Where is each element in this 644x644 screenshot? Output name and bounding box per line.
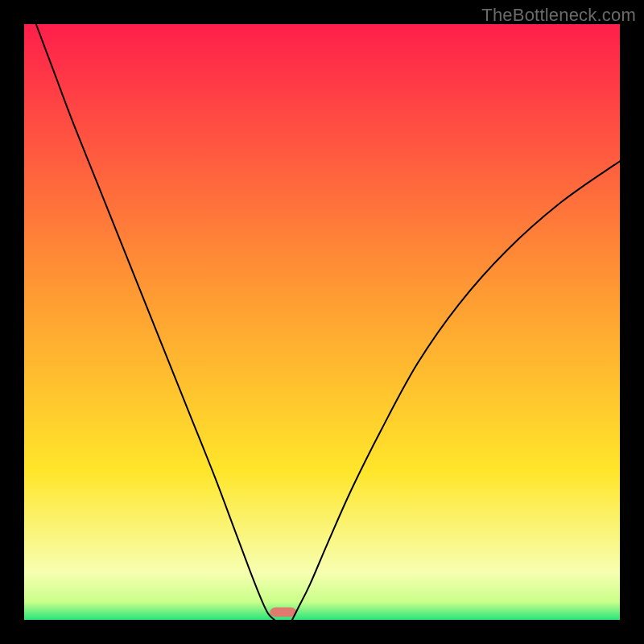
chart-svg xyxy=(24,24,620,620)
plot-area xyxy=(24,24,620,620)
chart-frame: TheBottleneck.com xyxy=(0,0,644,644)
watermark-text: TheBottleneck.com xyxy=(481,5,636,26)
chart-background xyxy=(24,24,620,620)
curve-minimum-marker xyxy=(270,607,296,617)
